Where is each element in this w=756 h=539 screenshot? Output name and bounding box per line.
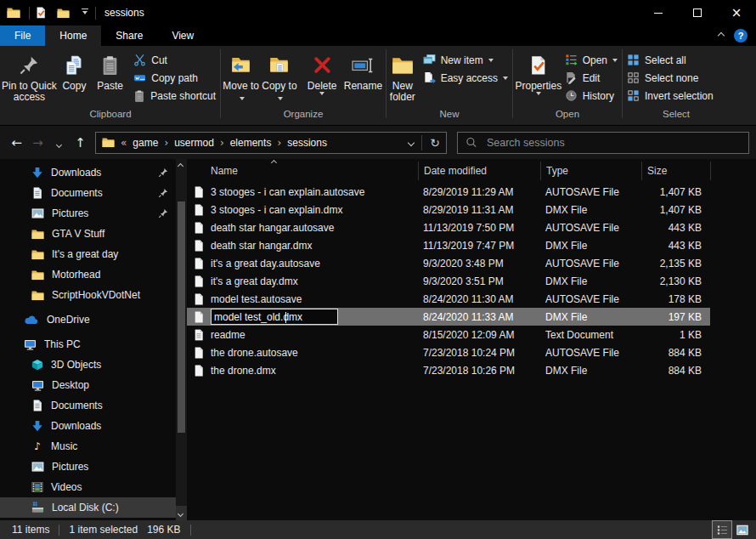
scrollbar-thumb[interactable]: [178, 201, 185, 433]
properties-quick-icon[interactable]: [35, 7, 47, 19]
pin-to-quick-access-button[interactable]: Pin to Quick access: [2, 47, 57, 103]
sidebar-item-3d-objects[interactable]: 3D Objects: [0, 355, 187, 375]
button-label: Cut: [151, 54, 167, 66]
sidebar-item-videos[interactable]: Videos: [0, 477, 187, 497]
sidebar-item-onedrive[interactable]: OneDrive: [0, 309, 187, 330]
sidebar-item-label: Pictures: [52, 461, 88, 473]
sidebar-item-its-a-great-day[interactable]: It's a great day: [0, 244, 187, 264]
file-row[interactable]: 3 stooges - i can explain.autosave 8/29/…: [187, 183, 710, 201]
file-row[interactable]: readme 8/15/2020 12:09 AM Text Document …: [187, 326, 710, 343]
search-input[interactable]: [485, 136, 741, 150]
open-button[interactable]: Open: [565, 51, 618, 69]
help-icon[interactable]: ?: [734, 29, 748, 43]
properties-button[interactable]: Properties: [514, 47, 563, 98]
new-folder-button[interactable]: New folder: [387, 47, 418, 103]
forward-button[interactable]: →: [28, 135, 48, 150]
column-header-date-modified[interactable]: Date modified: [418, 162, 540, 180]
minimize-button[interactable]: [639, 0, 678, 26]
sidebar-item-downloads[interactable]: Downloads: [0, 162, 187, 183]
column-header-type[interactable]: Type: [540, 162, 641, 180]
collapse-ribbon-icon[interactable]: [718, 32, 725, 39]
sidebar-item-local-disk-c[interactable]: Local Disk (C:): [0, 497, 176, 518]
column-header-name[interactable]: Name: [187, 165, 418, 177]
invert-selection-button[interactable]: Invert selection: [627, 87, 714, 105]
sidebar-item-documents-qa[interactable]: Documents: [0, 183, 187, 203]
file-size: 884 KB: [641, 347, 710, 359]
copy-button[interactable]: Copy: [57, 47, 92, 92]
edit-button[interactable]: Edit: [565, 69, 618, 87]
file-row[interactable]: model test.autosave 8/24/2020 11:30 AM A…: [187, 290, 710, 308]
address-dropdown-icon[interactable]: [408, 139, 415, 145]
move-to-button[interactable]: Move to: [222, 47, 260, 103]
file-row-selected-renaming[interactable]: 8/24/2020 11:33 AM DMX File 197 KB: [187, 308, 710, 326]
dropdown-arrow-icon: [503, 77, 508, 82]
select-none-icon: [627, 71, 640, 84]
navigation-pane: Downloads Documents Pictures GTA V Stuff…: [0, 159, 187, 520]
back-button[interactable]: ←: [7, 135, 26, 150]
breadcrumb-elements[interactable]: elements: [230, 137, 272, 149]
file-row[interactable]: it's a great day.autosave 9/3/2020 3:48 …: [187, 254, 710, 272]
tab-view[interactable]: View: [157, 26, 208, 46]
rename-button[interactable]: Rename: [341, 47, 385, 92]
copy-to-button[interactable]: Copy to: [260, 47, 298, 103]
file-row[interactable]: death star hangar.dmx 11/13/2019 7:47 PM…: [187, 236, 710, 254]
thumbnails-view-button[interactable]: [732, 520, 753, 539]
column-header-size[interactable]: Size: [641, 162, 710, 180]
file-row[interactable]: 3 stooges - i can explain.dmx 8/29/2019 …: [187, 201, 710, 218]
select-none-button[interactable]: Select none: [627, 69, 714, 87]
tab-file[interactable]: File: [0, 26, 45, 46]
easy-access-button[interactable]: Easy access: [423, 69, 508, 87]
sidebar-item-this-pc[interactable]: This PC: [0, 334, 187, 355]
file-size: 178 KB: [641, 293, 710, 305]
history-button[interactable]: History: [565, 87, 618, 105]
sidebar-item-music[interactable]: ♪ Music: [0, 436, 187, 457]
file-row[interactable]: the drone.dmx 7/23/2018 10:26 PM DMX Fil…: [187, 361, 710, 379]
sidebar-item-documents[interactable]: Documents: [0, 395, 187, 416]
rename-input[interactable]: [212, 311, 337, 323]
tab-share[interactable]: Share: [101, 26, 157, 46]
breadcrumb-game[interactable]: game: [133, 137, 158, 149]
sidebar-item-pictures-qa[interactable]: Pictures: [0, 203, 187, 224]
customize-toolbar-dropdown-icon[interactable]: [80, 9, 90, 17]
select-all-button[interactable]: Select all: [627, 51, 714, 69]
recent-locations-dropdown[interactable]: [49, 135, 69, 150]
cut-button[interactable]: Cut: [133, 51, 216, 69]
search-box[interactable]: [457, 132, 749, 154]
paste-button[interactable]: Paste: [92, 47, 128, 92]
copy-icon: [64, 49, 84, 81]
close-button[interactable]: ×: [717, 0, 756, 26]
window-controls: ×: [639, 0, 756, 26]
up-button[interactable]: ↑: [71, 135, 90, 150]
sidebar-scrollbar[interactable]: [176, 159, 187, 520]
file-row[interactable]: death star hangar.autosave 11/13/2019 7:…: [187, 218, 710, 236]
file-row[interactable]: it's a great day.dmx 9/3/2020 3:51 PM DM…: [187, 272, 710, 290]
scroll-up-icon[interactable]: [178, 163, 183, 169]
paste-shortcut-button[interactable]: Paste shortcut: [133, 87, 216, 105]
refresh-icon[interactable]: ↻: [430, 136, 440, 150]
new-item-button[interactable]: New item: [423, 51, 508, 69]
group-label: Select: [623, 109, 729, 125]
copy-path-button[interactable]: Copy path: [133, 69, 216, 87]
address-bar[interactable]: « game › usermod › elements › sessions ↻: [95, 132, 447, 154]
rename-edit-box[interactable]: [211, 309, 338, 325]
tab-home[interactable]: Home: [45, 26, 101, 46]
details-view-button[interactable]: [712, 520, 732, 539]
sidebar-item-scripthookvdotnet[interactable]: ScriptHookVDotNet: [0, 285, 187, 305]
breadcrumb-usermod[interactable]: usermod: [174, 137, 214, 149]
items-count: 11 items: [12, 524, 49, 536]
button-label: Edit: [583, 72, 601, 84]
breadcrumb-sessions[interactable]: sessions: [287, 137, 327, 149]
ribbon-tab-bar: File Home Share View ?: [0, 26, 756, 46]
new-folder-quick-icon[interactable]: [57, 8, 70, 19]
sidebar-item-motorhead[interactable]: Motorhead: [0, 264, 187, 285]
breadcrumb-overflow[interactable]: «: [121, 137, 127, 149]
file-icon: [194, 311, 204, 323]
file-row[interactable]: the drone.autosave 7/23/2018 10:24 PM AU…: [187, 343, 710, 361]
delete-button[interactable]: Delete: [303, 47, 341, 98]
maximize-button[interactable]: [678, 0, 717, 26]
folder-icon: [31, 229, 44, 240]
sidebar-item-downloads-pc[interactable]: Downloads: [0, 416, 187, 436]
sidebar-item-desktop[interactable]: Desktop: [0, 375, 187, 395]
sidebar-item-gta-v-stuff[interactable]: GTA V Stuff: [0, 224, 187, 244]
sidebar-item-pictures[interactable]: Pictures: [0, 457, 187, 477]
